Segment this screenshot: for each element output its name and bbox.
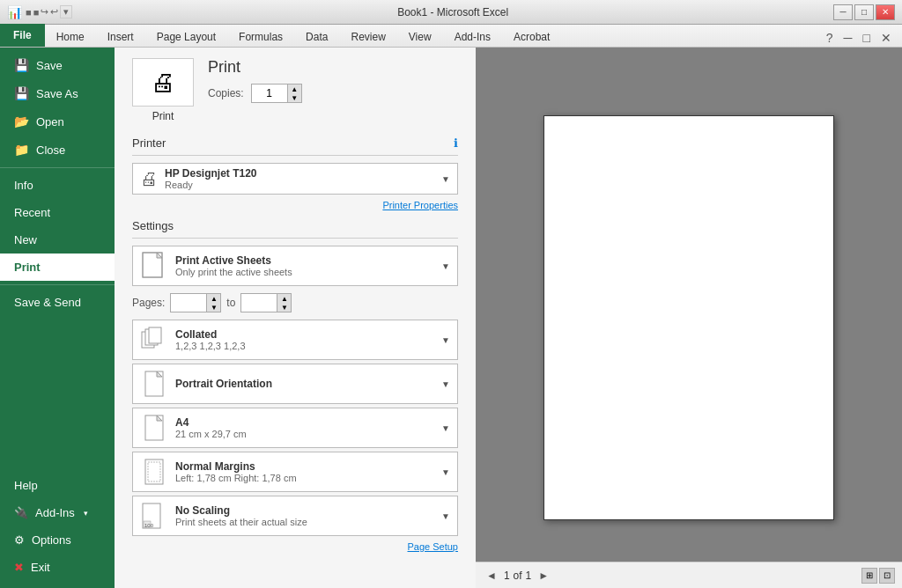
pages-from-down[interactable]: ▼ <box>206 303 220 312</box>
svg-rect-5 <box>149 327 161 343</box>
tab-page-layout[interactable]: Page Layout <box>145 27 227 47</box>
pages-to-down[interactable]: ▼ <box>277 303 291 312</box>
page-setup-link[interactable]: Page Setup <box>132 541 458 552</box>
main-layout: 💾 Save 💾 Save As 📂 Open 📁 Close Info Rec… <box>0 48 902 588</box>
sidebar: 💾 Save 💾 Save As 📂 Open 📁 Close Info Rec… <box>0 48 115 588</box>
tab-insert[interactable]: Insert <box>96 27 145 47</box>
orientation-main: Portrait Orientation <box>175 378 441 390</box>
print-sheets-arrow: ▼ <box>441 261 450 271</box>
sidebar-item-save-as[interactable]: 💾 Save As <box>0 79 115 107</box>
tab-view[interactable]: View <box>397 27 443 47</box>
ribbon-tab-bar: File Home Insert Page Layout Formulas Da… <box>0 25 902 48</box>
sidebar-item-options[interactable]: ⚙ Options <box>0 526 115 554</box>
pages-from-up[interactable]: ▲ <box>206 294 220 303</box>
sidebar-item-exit[interactable]: ✖ Exit <box>0 554 115 581</box>
sidebar-item-print[interactable]: Print <box>0 254 115 281</box>
printer-info: HP Designjet T120 Ready <box>165 167 441 190</box>
prev-page-button[interactable]: ◄ <box>483 568 500 584</box>
tab-review[interactable]: Review <box>339 27 396 47</box>
pages-from-input[interactable] <box>171 295 206 311</box>
help-icon[interactable]: ? <box>823 29 837 47</box>
maximize-button[interactable]: □ <box>854 4 874 20</box>
content-area: 🖨 Print Print Copies: ▲ ▼ <box>115 48 902 588</box>
window-controls: ─ □ ✕ <box>833 4 895 20</box>
tab-add-ins[interactable]: Add-Ins <box>443 27 502 47</box>
printer-info-icon[interactable]: ℹ <box>454 136 458 150</box>
copies-row: Copies: ▲ ▼ <box>208 84 458 103</box>
collated-icon <box>140 326 168 354</box>
ribbon-minimize-icon[interactable]: ─ <box>840 29 856 47</box>
margins-sub: Left: 1,78 cm Right: 1,78 cm <box>175 473 441 483</box>
zoom-icon[interactable]: ⊡ <box>879 568 895 584</box>
sidebar-item-new[interactable]: New <box>0 226 115 254</box>
margins-icon <box>140 458 168 486</box>
total-pages: 1 <box>526 570 532 582</box>
nav-view-icons: ⊞ ⊡ <box>861 568 895 584</box>
orientation-icon <box>140 370 168 398</box>
sidebar-print-label: Print <box>14 261 41 274</box>
print-sheets-text: Print Active Sheets Only print the activ… <box>175 254 441 277</box>
pages-to-input[interactable] <box>241 295 277 311</box>
paper-size-text: A4 21 cm x 29,7 cm <box>175 416 441 439</box>
sidebar-item-info[interactable]: Info <box>0 172 115 199</box>
sidebar-open-label: Open <box>36 115 64 129</box>
pages-from-wrap: ▲ ▼ <box>170 293 221 312</box>
sidebar-save-label: Save <box>36 59 63 72</box>
collated-row[interactable]: Collated 1,2,3 1,2,3 1,2,3 ▼ <box>132 320 458 360</box>
copies-up-button[interactable]: ▲ <box>287 85 301 93</box>
title-bar: 📊 ■ ■ ↩ ↩ ▾ Book1 - Microsoft Excel ─ □ … <box>0 0 902 25</box>
paper-size-row[interactable]: A4 21 cm x 29,7 cm ▼ <box>132 408 458 448</box>
settings-section-label: Settings <box>132 219 174 232</box>
paper-size-sub: 21 cm x 29,7 cm <box>175 429 441 439</box>
save-as-icon: 💾 <box>14 86 29 100</box>
preview-area: ◄ 1 of 1 ► ⊞ ⊡ <box>476 48 902 588</box>
printer-selector[interactable]: 🖨 HP Designjet T120 Ready ▼ <box>132 163 458 195</box>
sidebar-recent-label: Recent <box>14 206 50 219</box>
tab-data[interactable]: Data <box>294 27 339 47</box>
scaling-text: No Scaling Print sheets at their actual … <box>175 504 441 527</box>
print-sheets-sub: Only print the active sheets <box>175 267 441 277</box>
tab-file[interactable]: File <box>0 24 45 47</box>
print-button[interactable]: 🖨 <box>132 58 194 107</box>
sidebar-item-help[interactable]: Help <box>0 472 115 499</box>
print-button-label: Print <box>152 110 174 122</box>
printer-section-label: Printer <box>132 136 166 150</box>
close-button[interactable]: ✕ <box>876 4 895 20</box>
sidebar-bottom: Help 🔌 Add-Ins ▾ ⚙ Options ✖ Exit <box>0 472 115 588</box>
preview-page <box>543 115 834 520</box>
margins-row[interactable]: Normal Margins Left: 1,78 cm Right: 1,78… <box>132 452 458 492</box>
settings-section-header: Settings <box>132 219 458 232</box>
pages-row: Pages: ▲ ▼ to ▲ ▼ <box>132 290 458 316</box>
margins-text: Normal Margins Left: 1,78 cm Right: 1,78… <box>175 460 441 483</box>
sidebar-item-close[interactable]: 📁 Close <box>0 136 115 164</box>
printer-properties-link[interactable]: Printer Properties <box>132 200 458 210</box>
tab-home[interactable]: Home <box>45 27 96 47</box>
copies-down-button[interactable]: ▼ <box>287 93 301 102</box>
sidebar-item-recent[interactable]: Recent <box>0 199 115 226</box>
minimize-button[interactable]: ─ <box>833 4 853 20</box>
nav-bar-inner: ◄ 1 of 1 ► <box>483 568 552 584</box>
sidebar-save-as-label: Save As <box>36 87 78 100</box>
scaling-row[interactable]: 100 No Scaling Print sheets at their act… <box>132 496 458 536</box>
app-icon: 📊 <box>7 5 22 19</box>
paper-size-main: A4 <box>175 416 441 429</box>
next-page-button[interactable]: ► <box>535 568 552 584</box>
tab-acrobat[interactable]: Acrobat <box>502 27 561 47</box>
pages-to-up[interactable]: ▲ <box>277 294 291 303</box>
print-sheets-main: Print Active Sheets <box>175 254 441 267</box>
fit-page-icon[interactable]: ⊞ <box>861 568 877 584</box>
orientation-row[interactable]: Portrait Orientation ▼ <box>132 364 458 404</box>
sidebar-item-add-ins[interactable]: 🔌 Add-Ins ▾ <box>0 499 115 526</box>
ribbon-expand-icon[interactable]: □ <box>860 29 874 47</box>
of-label: of <box>514 570 522 582</box>
copies-label: Copies: <box>208 87 244 99</box>
sidebar-item-save-send[interactable]: Save & Send <box>0 289 115 316</box>
print-active-sheets-row[interactable]: Print Active Sheets Only print the activ… <box>132 246 458 286</box>
sidebar-item-open[interactable]: 📂 Open <box>0 107 115 136</box>
sidebar-item-save[interactable]: 💾 Save <box>0 51 115 79</box>
copies-input[interactable] <box>252 85 287 101</box>
ribbon-close-icon[interactable]: ✕ <box>877 29 895 47</box>
orientation-arrow: ▼ <box>441 379 450 389</box>
tab-formulas[interactable]: Formulas <box>227 27 294 47</box>
print-settings-panel: 🖨 Print Print Copies: ▲ ▼ <box>115 48 476 588</box>
